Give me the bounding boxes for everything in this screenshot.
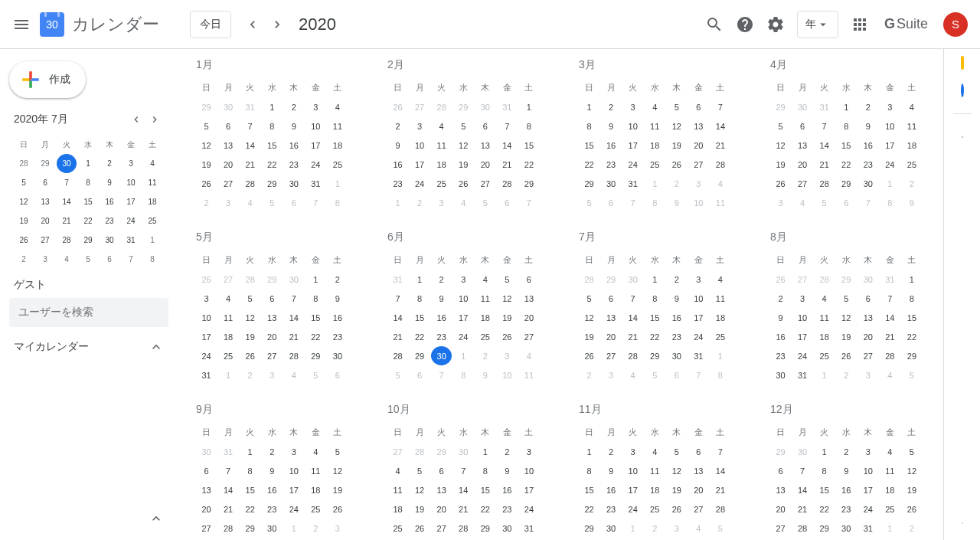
day-cell[interactable]: 1 (645, 174, 665, 193)
day-cell[interactable]: 21 (622, 327, 643, 346)
day-cell[interactable]: 18 (327, 136, 348, 155)
day-cell[interactable]: 13 (858, 308, 878, 327)
day-cell[interactable]: 27 (431, 519, 452, 538)
day-cell[interactable]: 8 (579, 116, 599, 136)
mini-day-cell[interactable]: 21 (57, 211, 77, 231)
day-cell[interactable]: 1 (218, 365, 239, 385)
day-cell[interactable]: 8 (880, 193, 900, 212)
mini-next-button[interactable] (145, 110, 164, 129)
day-cell[interactable]: 7 (283, 289, 304, 308)
addons-button[interactable] (955, 129, 970, 145)
day-cell[interactable]: 13 (431, 480, 452, 499)
day-cell[interactable]: 7 (710, 97, 730, 116)
day-cell[interactable]: 6 (431, 461, 452, 480)
day-cell[interactable]: 24 (518, 499, 539, 519)
day-cell[interactable]: 31 (858, 519, 878, 538)
day-cell[interactable]: 28 (240, 270, 260, 289)
day-cell[interactable]: 4 (880, 365, 900, 385)
day-cell[interactable]: 6 (196, 461, 217, 480)
day-cell[interactable]: 6 (410, 365, 430, 385)
day-cell[interactable]: 9 (770, 308, 791, 327)
day-cell[interactable]: 12 (579, 308, 599, 327)
day-cell[interactable]: 27 (218, 270, 239, 289)
mini-day-cell[interactable]: 8 (142, 250, 162, 269)
day-cell[interactable]: 12 (901, 461, 922, 480)
day-cell[interactable]: 19 (901, 480, 922, 499)
day-cell[interactable]: 2 (836, 442, 857, 461)
day-cell[interactable]: 30 (601, 174, 622, 193)
day-cell[interactable]: 26 (387, 97, 408, 116)
day-cell[interactable]: 17 (858, 480, 878, 499)
day-cell[interactable]: 5 (497, 270, 518, 289)
day-cell[interactable]: 2 (410, 193, 430, 212)
day-cell[interactable]: 20 (431, 499, 452, 519)
day-cell[interactable]: 24 (410, 174, 430, 193)
day-cell[interactable]: 28 (497, 174, 518, 193)
day-cell[interactable]: 1 (622, 519, 643, 538)
day-cell[interactable]: 17 (880, 136, 900, 155)
day-cell[interactable]: 23 (431, 327, 452, 346)
day-cell[interactable]: 16 (497, 480, 518, 499)
day-cell[interactable]: 4 (901, 97, 922, 116)
support-button[interactable] (730, 9, 760, 40)
day-cell[interactable]: 9 (666, 193, 687, 212)
day-cell[interactable]: 12 (240, 308, 260, 327)
day-cell[interactable]: 5 (475, 193, 495, 212)
day-cell[interactable]: 30 (601, 519, 622, 538)
day-cell[interactable]: 9 (387, 136, 408, 155)
day-cell[interactable]: 7 (814, 116, 835, 136)
day-cell[interactable]: 10 (622, 461, 643, 480)
mini-day-cell[interactable]: 5 (78, 250, 98, 269)
day-cell[interactable]: 20 (792, 155, 813, 174)
day-cell[interactable]: 31 (880, 270, 900, 289)
day-cell[interactable]: 12 (770, 136, 791, 155)
mini-day-cell[interactable]: 1 (142, 231, 162, 250)
mini-day-cell[interactable]: 5 (14, 173, 34, 192)
day-cell[interactable]: 20 (218, 155, 239, 174)
day-cell[interactable]: 27 (518, 327, 539, 346)
day-cell[interactable]: 21 (387, 327, 408, 346)
day-cell[interactable]: 16 (387, 155, 408, 174)
day-cell[interactable]: 2 (579, 365, 599, 385)
day-cell[interactable]: 15 (645, 308, 665, 327)
day-cell[interactable]: 22 (305, 327, 326, 346)
day-cell[interactable]: 1 (814, 365, 835, 385)
day-cell[interactable]: 31 (622, 174, 643, 193)
day-cell[interactable]: 3 (688, 174, 709, 193)
day-cell[interactable]: 6 (601, 289, 622, 308)
day-cell[interactable]: 3 (453, 270, 474, 289)
day-cell[interactable]: 13 (196, 480, 217, 499)
day-cell[interactable]: 14 (240, 136, 260, 155)
day-cell[interactable]: 23 (497, 499, 518, 519)
day-cell[interactable]: 24 (858, 499, 878, 519)
day-cell[interactable]: 28 (453, 519, 474, 538)
day-cell[interactable]: 8 (262, 116, 283, 136)
mini-day-cell[interactable]: 12 (14, 192, 34, 211)
day-cell[interactable]: 1 (579, 97, 599, 116)
day-cell[interactable]: 8 (453, 365, 474, 385)
mini-day-cell[interactable]: 1 (78, 154, 98, 173)
day-cell[interactable]: 8 (814, 461, 835, 480)
day-cell[interactable]: 2 (901, 519, 922, 538)
day-cell[interactable]: 6 (327, 365, 348, 385)
day-cell[interactable]: 22 (836, 155, 857, 174)
day-cell[interactable]: 16 (262, 480, 283, 499)
day-cell[interactable]: 14 (710, 461, 730, 480)
day-cell[interactable]: 29 (645, 346, 665, 365)
day-cell[interactable]: 16 (601, 480, 622, 499)
day-cell[interactable]: 27 (218, 174, 239, 193)
day-cell[interactable]: 17 (792, 327, 813, 346)
day-cell[interactable]: 22 (410, 327, 430, 346)
day-cell[interactable]: 30 (497, 519, 518, 538)
day-cell[interactable]: 7 (431, 365, 452, 385)
day-cell[interactable]: 28 (814, 270, 835, 289)
day-cell[interactable]: 13 (475, 136, 495, 155)
mini-day-cell[interactable]: 16 (100, 192, 119, 211)
day-cell[interactable]: 21 (240, 155, 260, 174)
day-cell[interactable]: 20 (688, 480, 709, 499)
day-cell[interactable]: 29 (305, 346, 326, 365)
day-cell[interactable]: 29 (770, 97, 791, 116)
day-cell[interactable]: 27 (410, 97, 430, 116)
day-cell[interactable]: 11 (645, 461, 665, 480)
day-cell[interactable]: 20 (688, 136, 709, 155)
